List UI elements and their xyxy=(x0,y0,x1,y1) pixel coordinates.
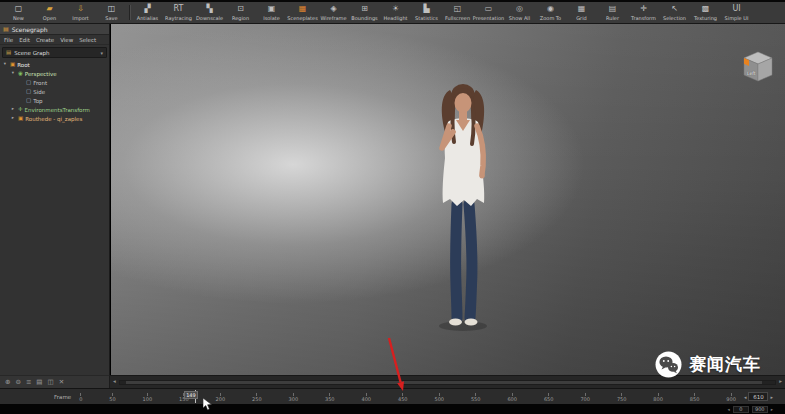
panel-tool-icon[interactable]: ≡ xyxy=(26,379,31,386)
toolbar-button[interactable]: ◫ Save xyxy=(96,4,127,21)
viewcube-face-label[interactable]: Left xyxy=(747,71,755,76)
viewport-3d[interactable]: Left xyxy=(111,24,785,375)
toolbar-button[interactable]: ◱ Fullscreen xyxy=(442,4,473,21)
tree-item[interactable]: ▾ ▣ Root xyxy=(0,60,109,69)
range-right-icon[interactable]: ▸ xyxy=(771,407,773,412)
toolbar-button-icon: ▭ xyxy=(485,4,493,14)
timeline-tick-label: 350 xyxy=(325,396,335,402)
frame-step-forward-button[interactable]: ▸ xyxy=(770,394,773,400)
toolbar-button[interactable]: ▦ Grid xyxy=(566,4,597,21)
chevron-down-icon: ▾ xyxy=(100,50,103,56)
toolbar-button[interactable]: ✛ Transform xyxy=(628,4,659,21)
tree-item[interactable]: ▸ ▣ Routhede - qi_zaples xyxy=(0,114,109,123)
toolbar-button-icon: ⊞ xyxy=(361,4,368,14)
tree-expand-arrow[interactable]: ▾ xyxy=(2,62,8,67)
toolbar-button-label: Antialias xyxy=(137,15,158,21)
range-start-field[interactable]: 0 xyxy=(733,406,749,413)
panel-tool-icon[interactable]: ✕ xyxy=(59,379,64,386)
toolbar-button-icon: ◱ xyxy=(454,4,462,14)
toolbar-button-icon: RT xyxy=(174,4,184,14)
toolbar-button[interactable]: ▣ Isolate xyxy=(256,4,287,21)
tree-item-icon: ✛ xyxy=(18,107,23,113)
scrollbar-thumb[interactable] xyxy=(126,381,762,384)
toolbar-button[interactable]: ◉ Zoom To xyxy=(535,4,566,21)
range-end-field[interactable]: 900 xyxy=(752,406,768,413)
tree-expand-arrow[interactable]: ▾ xyxy=(10,71,16,76)
toolbar-button[interactable]: UI Simple UI xyxy=(721,4,752,21)
timeline-tick: 400 xyxy=(361,393,371,402)
menu-item[interactable]: Edit xyxy=(19,37,30,43)
scenegraph-menubar: File Edit Create View Select xyxy=(0,35,109,45)
toolbar-button-label: Boundings xyxy=(351,15,377,21)
toolbar-button[interactable]: ◈ Wireframe xyxy=(318,4,349,21)
toolbar-button[interactable]: ▩ Texturing xyxy=(690,4,721,21)
tree-item[interactable]: ▾ ◉ Perspective xyxy=(0,69,109,78)
scene-graph-dropdown[interactable]: ▤ Scene Graph ▾ xyxy=(2,47,107,58)
toolbar-button[interactable]: ↖ Selection xyxy=(659,4,690,21)
panel-tool-icon[interactable]: ◫ xyxy=(48,379,54,386)
tree-item[interactable]: ▢ Front xyxy=(0,78,109,87)
app-window: ▢ New ▰ Open ⇩ Import ◫ Save xyxy=(0,0,785,414)
toolbar-button[interactable]: ▰ Open xyxy=(34,4,65,21)
range-left-icon[interactable]: ◂ xyxy=(727,407,729,412)
toolbar-button-icon: ▙ xyxy=(423,4,429,14)
scenegraph-panel: ▤ Scenegraph File Edit Create View Selec… xyxy=(0,24,110,375)
timeline-tick: 50 xyxy=(109,393,115,402)
toolbar-button-icon: ↖ xyxy=(671,4,678,14)
scroll-right-icon[interactable]: ▸ xyxy=(779,379,782,385)
toolbar-button-icon: ▤ xyxy=(609,4,617,14)
tree-item[interactable]: ▸ ✛ EnvironmentsTransform xyxy=(0,105,109,114)
toolbar-button[interactable]: ▞ Antialias xyxy=(132,4,163,21)
scrollbar-track[interactable] xyxy=(119,380,776,385)
toolbar-button-label: Isolate xyxy=(263,15,280,21)
timeline-tick-label: 800 xyxy=(653,396,663,402)
scenegraph-panel-header[interactable]: ▤ Scenegraph xyxy=(0,24,109,35)
toolbar-button[interactable]: ▭ Presentation xyxy=(473,4,504,21)
view-navigation-cube[interactable]: Left xyxy=(740,50,776,84)
toolbar-button[interactable]: ▚ Downscale xyxy=(194,4,225,21)
tree-item-label: Root xyxy=(17,62,29,68)
toolbar-button-label: Import xyxy=(72,15,89,21)
timeline-tick: 350 xyxy=(325,393,335,402)
toolbar-button[interactable]: ⇩ Import xyxy=(65,4,96,21)
toolbar-button-icon: ◫ xyxy=(108,4,116,14)
timeline-tick: 700 xyxy=(580,393,590,402)
timeline-tick-label: 900 xyxy=(726,396,736,402)
toolbar-button[interactable]: ◎ Show All xyxy=(504,4,535,21)
timeline-end-field[interactable]: 610 xyxy=(748,392,768,401)
toolbar-button-icon: ▩ xyxy=(702,4,710,14)
toolbar-button-label: Texturing xyxy=(694,15,717,21)
tree-item-label: Routhede - qi_zaples xyxy=(25,116,82,122)
frame-step-back-button[interactable]: ◂ xyxy=(744,394,747,400)
toolbar-button[interactable]: ☀ Headlight xyxy=(380,4,411,21)
timeline-tick-label: 300 xyxy=(289,396,299,402)
menu-item[interactable]: View xyxy=(60,37,73,43)
panel-tool-icon[interactable]: ⊖ xyxy=(15,379,20,386)
timeline-tick-label: 550 xyxy=(471,396,481,402)
toolbar-button[interactable]: ⊞ Boundings xyxy=(349,4,380,21)
timeline-tick-label: 0 xyxy=(79,396,82,402)
timeline-tick-label: 200 xyxy=(216,396,226,402)
menu-item[interactable]: Select xyxy=(79,37,96,43)
tree-item-icon: ▣ xyxy=(18,116,23,122)
toolbar-button-label: Ruler xyxy=(606,15,619,21)
menu-item[interactable]: File xyxy=(4,37,13,43)
panel-tool-icon[interactable]: ▤ xyxy=(36,379,42,386)
menu-item[interactable]: Create xyxy=(36,37,54,43)
tree-expand-arrow[interactable]: ▸ xyxy=(10,116,16,121)
toolbar-button[interactable]: ▢ New xyxy=(3,4,34,21)
toolbar-button[interactable]: ▙ Statistics xyxy=(411,4,442,21)
scenegraph-tree: ▾ ▣ Root ▾ ◉ Perspective ▢ Front xyxy=(0,60,109,123)
tree-expand-arrow[interactable]: ▸ xyxy=(10,107,16,112)
tree-item[interactable]: ▢ Top xyxy=(0,96,109,105)
toolbar-button[interactable]: ▦ Sceneplates xyxy=(287,4,318,21)
panel-tool-icon[interactable]: ⊕ xyxy=(5,379,10,386)
tree-item[interactable]: ▢ Side xyxy=(0,87,109,96)
mouse-cursor xyxy=(203,398,213,411)
human-model-3d[interactable] xyxy=(403,80,523,336)
toolbar-button-label: New xyxy=(13,15,24,21)
toolbar-button[interactable]: RT Raytracing xyxy=(163,4,194,21)
toolbar-button[interactable]: ⊡ Region xyxy=(225,4,256,21)
toolbar-button[interactable]: ▤ Ruler xyxy=(597,4,628,21)
scroll-left-icon[interactable]: ◂ xyxy=(113,379,116,385)
